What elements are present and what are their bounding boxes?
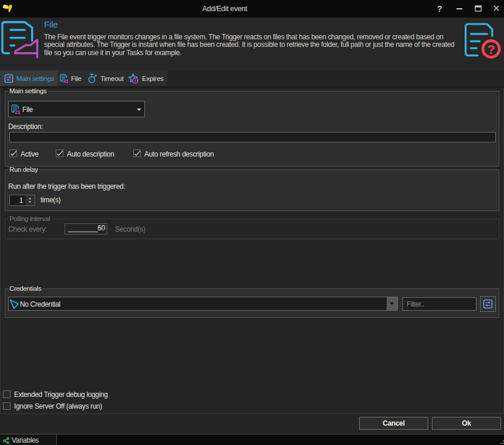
- svg-text:?: ?: [487, 42, 495, 57]
